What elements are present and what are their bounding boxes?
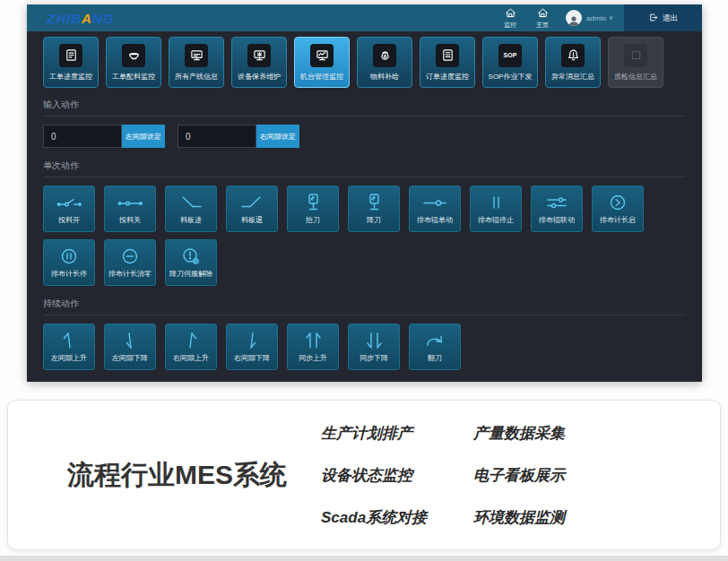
tab-work-order-progress[interactable]: 工单进度监控 — [43, 37, 99, 88]
right-gap-down-button[interactable]: 右间隙下降 — [226, 324, 278, 370]
left-gap-set-button[interactable]: 左间隙设定 — [122, 125, 165, 148]
tab-sop-dispatch[interactable]: SOP SOP作业下发 — [482, 37, 538, 88]
tab-machine-monitor[interactable]: 机台管理监控 — [294, 37, 350, 88]
right-gap-input[interactable] — [178, 125, 256, 148]
home-monitor-icon — [505, 7, 516, 21]
sop-badge-icon: SOP — [498, 44, 522, 67]
tab-material-supply[interactable]: 物料补给 — [357, 37, 412, 88]
left-gap-down-button[interactable]: 左间隙下降 — [104, 324, 156, 370]
material-supply-icon — [373, 44, 396, 67]
work-order-batching-icon — [122, 44, 145, 67]
double-arrow-up-icon — [301, 331, 325, 350]
single-actions-row-2: 排布计长停 排布计长清零 降刀伺服解除 — [43, 239, 686, 286]
tab-equipment-maintenance[interactable]: 设备保养维护 — [231, 37, 287, 88]
counter-pause-icon — [56, 246, 82, 266]
counter-clear-icon — [117, 246, 143, 266]
feature-item: 产量数据采集 — [473, 423, 565, 444]
module-tabs: 工单进度监控 工单配料监控 所有产线信息 设备保养维护 机台管理监控 物料补给 — [43, 37, 686, 88]
feed-on-icon — [56, 193, 82, 212]
counter-start-button[interactable]: 排布计长启 — [592, 186, 644, 232]
counter-pause-button[interactable]: 排布计长停 — [43, 239, 95, 286]
board-out-button[interactable]: 料板退 — [226, 186, 278, 232]
feed-on-button[interactable]: 投料开 — [43, 186, 95, 232]
feed-off-icon — [117, 193, 143, 212]
tab-order-progress[interactable]: 订单进度监控 — [420, 37, 475, 88]
servo-release-button[interactable]: 降刀伺服解除 — [165, 239, 217, 286]
roller-single-button[interactable]: 排布辊单动 — [409, 186, 461, 232]
knife-lower-button[interactable]: 降刀 — [348, 186, 400, 232]
feature-column-1: 生产计划排产 设备状态监控 Scada系统对接 — [321, 423, 427, 528]
avatar — [566, 10, 582, 26]
app-header: ZHIBANG 监控 主页 admin ∨ — [27, 4, 702, 31]
roller-linked-button[interactable]: 排布辊联动 — [531, 186, 583, 232]
blank-square-icon — [624, 44, 647, 67]
nav-monitor[interactable]: 监控 — [504, 7, 516, 29]
tab-alert-summary[interactable]: 异常消息汇总 — [545, 37, 601, 88]
roller-stop-button[interactable]: 排布辊停止 — [470, 186, 522, 232]
double-arrow-down-icon — [362, 331, 386, 350]
divider — [43, 116, 686, 117]
knife-raise-icon — [299, 193, 326, 212]
footer-title: 流程行业MES系统 — [67, 457, 287, 494]
single-actions-row-1: 投料开 投料关 料板进 料板退 抬刀 降刀 — [43, 186, 686, 232]
feature-item: 电子看板展示 — [473, 465, 565, 486]
logout-icon — [648, 13, 658, 24]
feature-column-2: 产量数据采集 电子看板展示 环境数据监测 — [473, 423, 565, 528]
counter-clear-button[interactable]: 排布计长清零 — [104, 239, 156, 286]
roller-stop-icon — [482, 193, 509, 212]
feature-item: Scada系统对接 — [321, 507, 427, 528]
right-gap-group: 右间隙设定 — [178, 125, 299, 148]
nav-home[interactable]: 主页 — [536, 7, 549, 29]
alert-bell-icon — [561, 44, 585, 67]
left-gap-input[interactable] — [43, 125, 122, 148]
user-menu[interactable]: admin ∨ — [566, 10, 613, 26]
servo-release-icon — [178, 246, 204, 266]
nav-monitor-label: 监控 — [504, 22, 516, 29]
tab-quality-summary[interactable]: 质检信息汇总 — [608, 37, 663, 88]
flip-knife-button[interactable]: 翻刀 — [409, 324, 461, 370]
divider — [43, 315, 686, 315]
section-title-single-actions: 单次动作 — [43, 160, 686, 172]
right-gap-up-button[interactable]: 右间隙上升 — [165, 324, 217, 370]
arrow-down-right-icon — [240, 331, 264, 350]
user-name: admin — [586, 14, 606, 22]
counter-start-icon — [604, 193, 631, 212]
home-icon — [537, 7, 549, 21]
roller-linked-icon — [543, 193, 570, 212]
footer-card: 流程行业MES系统 生产计划排产 设备状态监控 Scada系统对接 产量数据采集… — [7, 400, 721, 550]
zhibang-logo: ZHIBANG — [47, 11, 114, 26]
feature-columns: 生产计划排产 设备状态监控 Scada系统对接 产量数据采集 电子看板展示 环境… — [321, 423, 565, 528]
board-in-icon — [178, 193, 204, 212]
logout-button[interactable]: 退出 — [624, 4, 702, 31]
right-gap-set-button[interactable]: 右间隙设定 — [256, 125, 299, 148]
work-order-progress-icon — [59, 44, 82, 67]
sync-up-button[interactable]: 同步上升 — [287, 324, 339, 370]
equipment-maintenance-icon — [247, 44, 271, 67]
arrow-down-left-icon — [118, 331, 142, 350]
continuous-actions-row: 左间隙上升 左间隙下降 右间隙上升 右间隙下降 同步上升 同步下降 — [43, 324, 686, 370]
knife-raise-button[interactable]: 抬刀 — [287, 186, 339, 232]
board-out-icon — [238, 193, 265, 212]
tab-work-order-batching[interactable]: 工单配料监控 — [106, 37, 161, 88]
roller-single-icon — [421, 193, 448, 212]
nav-home-label: 主页 — [536, 22, 549, 29]
curved-arrow-icon — [423, 331, 446, 350]
feature-item: 环境数据监测 — [473, 507, 565, 528]
page-bottom-strip — [0, 556, 728, 561]
arrow-up-right-icon — [179, 331, 203, 350]
machine-monitor-icon — [310, 44, 334, 67]
feature-item: 生产计划排产 — [321, 423, 427, 444]
board-in-button[interactable]: 料板进 — [165, 186, 217, 232]
arrow-up-left-icon — [57, 331, 81, 350]
left-gap-up-button[interactable]: 左间隙上升 — [43, 324, 95, 370]
sync-down-button[interactable]: 同步下降 — [348, 324, 400, 370]
tab-production-lines[interactable]: 所有产线信息 — [169, 37, 224, 88]
divider — [43, 177, 686, 177]
section-title-input-actions: 输入动作 — [43, 99, 686, 111]
production-lines-icon — [185, 44, 208, 67]
feed-off-button[interactable]: 投料关 — [104, 186, 156, 232]
app-window: ZHIBANG 监控 主页 admin ∨ — [27, 4, 702, 382]
order-progress-icon — [436, 44, 459, 67]
section-title-continuous-actions: 持续动作 — [43, 298, 686, 310]
chevron-down-icon: ∨ — [609, 14, 613, 22]
